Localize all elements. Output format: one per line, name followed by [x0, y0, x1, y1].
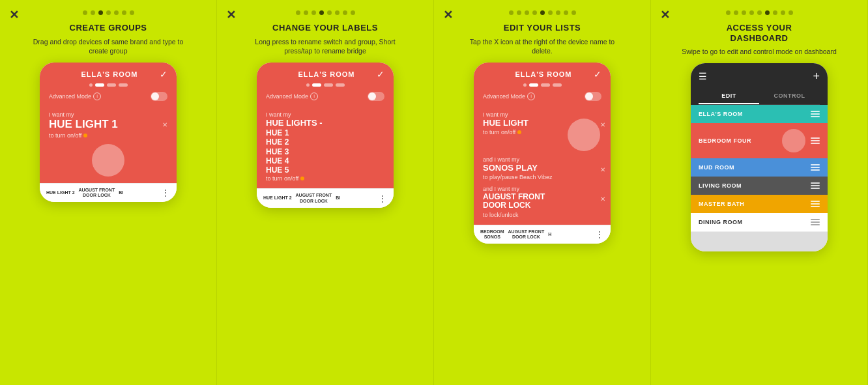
add-icon[interactable]: +	[813, 70, 820, 83]
panel-desc: Long press to rename switch and group, S…	[244, 37, 407, 56]
hamburger-icon[interactable]: ☰	[699, 71, 707, 81]
pd-1	[306, 83, 310, 87]
phone-body: I want my HUE LIGHT 1 ✕ to turn on/off	[40, 107, 177, 183]
more-icon[interactable]: ⋮	[161, 188, 170, 198]
menu-line	[811, 219, 820, 220]
reorder-icon	[811, 164, 820, 171]
room-ellas-room[interactable]: ELLA'S ROOM	[691, 105, 828, 123]
delete-icon-3[interactable]: ✕	[600, 195, 605, 203]
dot-8	[564, 10, 568, 15]
reorder-icon	[811, 219, 820, 225]
close-icon[interactable]: ✕	[9, 8, 19, 22]
close-icon[interactable]: ✕	[443, 8, 453, 22]
pd-2	[529, 83, 538, 87]
advanced-toggle[interactable]	[151, 92, 167, 101]
pd-4	[553, 83, 562, 87]
advanced-label: Advanced Mode i	[49, 93, 101, 100]
phone-mockup-2: ELLA'S ROOM ✓ Advanced Mode i I want m	[257, 63, 394, 208]
delete-icon[interactable]: ✕	[162, 121, 167, 128]
toggle-knob	[151, 93, 159, 100]
advanced-row: Advanced Mode i	[483, 92, 601, 101]
advanced-toggle[interactable]	[368, 92, 384, 101]
advanced-label: Advanced Mode i	[483, 93, 535, 100]
info-icon[interactable]: i	[310, 93, 318, 100]
dot-5	[540, 10, 545, 15]
dot-8	[781, 10, 785, 15]
tab-control[interactable]: CONTROL	[759, 89, 820, 104]
more-icon[interactable]: ⋮	[595, 229, 604, 240]
advanced-toggle[interactable]	[585, 92, 601, 101]
want-my-1: I want my	[483, 111, 605, 118]
menu-line	[811, 116, 820, 117]
panel-title: ACCESS YOUR DASHBOARD	[727, 23, 792, 43]
device-row-2: SONOS PLAY to play/pause Beach Vibez ✕	[483, 164, 605, 180]
dot-6	[548, 10, 553, 15]
device-row-3: AUGUST FRONTDOOR LOCK to lock/unlock ✕	[483, 193, 605, 218]
phone-footer: HUE LIGHT 2 AUGUST FRONTDOOR LOCK BI ⋮	[257, 188, 394, 208]
dot-3	[742, 10, 746, 15]
menu-line	[811, 164, 820, 165]
menu-line	[811, 201, 820, 202]
dash-tabs: EDIT CONTROL	[699, 89, 820, 105]
phone-room-title: ELLA'S ROOM	[276, 70, 377, 78]
tab-edit[interactable]: EDIT	[699, 89, 759, 104]
check-icon: ✓	[160, 69, 167, 79]
phone-footer: HUE LIGHT 2 AUGUST FRONTDOOR LOCK BI ⋮	[40, 183, 177, 203]
progress-dots	[83, 10, 134, 15]
dot-6	[335, 10, 340, 15]
dot-1	[726, 10, 731, 15]
device-sonos: SONOS PLAY	[483, 164, 552, 173]
panel-change-labels: ✕ CHANGE YOUR LABELS Long press to renam…	[217, 0, 434, 385]
delete-icon-1[interactable]: ✕	[600, 121, 605, 128]
dot-3	[98, 10, 103, 15]
want-my-text: I want my	[266, 111, 384, 118]
dot-1	[296, 10, 300, 15]
footer-item-1: HUE LIGHT 2	[263, 195, 292, 201]
room-circle	[782, 129, 805, 152]
pd-3	[324, 83, 333, 87]
dot-9	[788, 10, 793, 15]
info-icon[interactable]: i	[527, 93, 535, 100]
close-icon[interactable]: ✕	[226, 8, 236, 22]
color-circle[interactable]	[568, 119, 600, 151]
pd-2	[312, 83, 321, 87]
check-icon: ✓	[594, 69, 601, 79]
dot-4	[319, 10, 324, 15]
dot-6	[122, 10, 126, 15]
room-dining-room[interactable]: DINING ROOM	[691, 213, 828, 232]
footer-item-2: AUGUST FRONTDOOR LOCK	[508, 229, 545, 240]
reorder-icon	[811, 201, 820, 207]
and-my-3: and I want my	[483, 186, 605, 192]
info-icon[interactable]: i	[93, 93, 101, 100]
room-master-bath[interactable]: MASTER BATH	[691, 195, 828, 213]
reorder-icon	[811, 111, 820, 117]
more-icon[interactable]: ⋮	[378, 193, 387, 204]
device-group-name: HUE LIGHTS -	[266, 119, 384, 128]
device-sub: to turn on/off	[266, 175, 384, 182]
empty-space	[691, 232, 828, 251]
room-label: ELLA'S ROOM	[699, 111, 743, 117]
hue5: HUE 5	[266, 166, 384, 175]
close-icon[interactable]: ✕	[660, 8, 670, 22]
dashboard-phone: ☰ + EDIT CONTROL ELLA'S ROOM BEDROOM FOU…	[691, 63, 828, 251]
room-living-room[interactable]: LIVING ROOM	[691, 177, 828, 195]
panel-desc: Tap the X icon at the right of the devic…	[461, 37, 624, 56]
room-mud-room[interactable]: MUD ROOM	[691, 158, 828, 177]
progress-dots	[296, 10, 355, 15]
dot-7	[130, 10, 134, 15]
pd-4	[336, 83, 345, 87]
room-bedroom-four[interactable]: BEDROOM FOUR	[691, 123, 828, 158]
hue3: HUE 3	[266, 148, 384, 156]
delete-icon-2[interactable]: ✕	[600, 166, 605, 173]
device-sub-1: to turn on/off	[483, 129, 568, 135]
menu-line	[811, 167, 820, 168]
color-circle[interactable]	[92, 144, 124, 177]
phone-body: I want my HUE LIGHT to turn on/off ✕ and…	[474, 107, 611, 225]
phone-mockup-1: ELLA'S ROOM ✓ Advanced Mode i I want m	[40, 63, 177, 202]
dot-2	[304, 10, 308, 15]
footer-item-2: AUGUST FRONTDOOR LOCK	[79, 188, 115, 199]
dot-2	[517, 10, 521, 15]
hue4: HUE 4	[266, 157, 384, 165]
room-label: LIVING ROOM	[699, 182, 742, 189]
hue1: HUE 1	[266, 129, 384, 137]
